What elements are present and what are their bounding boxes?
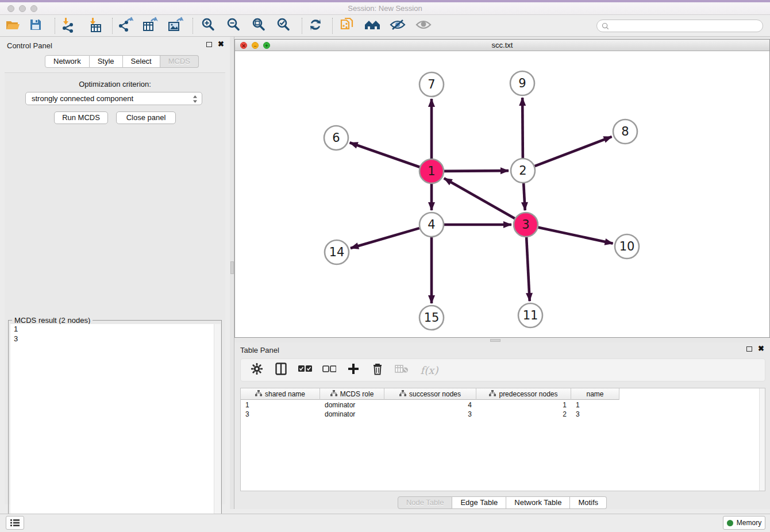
column-header-MCDS-role[interactable]: MCDS role xyxy=(320,388,384,400)
table-cell[interactable]: 4 xyxy=(384,400,476,410)
hide-selected-button[interactable] xyxy=(388,18,407,34)
close-panel-icon[interactable]: ✖ xyxy=(218,41,224,47)
open-file-button[interactable] xyxy=(3,18,22,34)
import-network-button[interactable] xyxy=(58,18,78,34)
graph-node-14[interactable]: 14 xyxy=(325,240,349,264)
column-header-predecessor-nodes[interactable]: predecessor nodes xyxy=(476,388,571,400)
table-cell[interactable]: 1 xyxy=(241,400,320,410)
node-label: 4 xyxy=(428,218,435,232)
table-cell[interactable]: 3 xyxy=(241,410,320,419)
edge-1-2[interactable] xyxy=(444,171,509,171)
close-panel-button[interactable]: Close panel xyxy=(116,111,176,124)
memory-button[interactable]: Memory xyxy=(723,516,765,530)
horizontal-split-divider[interactable] xyxy=(234,338,770,342)
table-cell[interactable]: 1 xyxy=(571,400,619,410)
graph-node-9[interactable]: 9 xyxy=(510,71,534,95)
window-title: Session: New Session xyxy=(0,2,770,15)
export-image-button[interactable] xyxy=(165,18,185,34)
search-input[interactable] xyxy=(596,20,763,32)
graph-node-15[interactable]: 15 xyxy=(419,306,444,330)
save-session-button[interactable] xyxy=(26,18,45,34)
edge-3-11[interactable] xyxy=(526,237,530,301)
column-header-successor-nodes[interactable]: successor nodes xyxy=(384,388,476,400)
export-table-button[interactable] xyxy=(140,18,160,34)
graph-node-11[interactable]: 11 xyxy=(518,303,542,327)
mcds-result-list[interactable]: 13 xyxy=(10,324,221,532)
column-header-shared-name[interactable]: shared name xyxy=(241,388,320,400)
graph-node-3[interactable]: 3 xyxy=(514,213,538,237)
graph-node-4[interactable]: 4 xyxy=(419,213,444,237)
tab-mcds[interactable]: MCDS xyxy=(160,55,199,68)
import-network-icon xyxy=(60,17,76,35)
network-canvas[interactable]: 7968124314101511 xyxy=(235,51,769,337)
add-row-button[interactable] xyxy=(345,362,361,378)
deselect-all-rows-button[interactable] xyxy=(321,362,337,378)
column-header-name[interactable]: name xyxy=(571,388,619,400)
table-cell[interactable]: 3 xyxy=(384,410,476,419)
network-minimize-icon[interactable]: – xyxy=(252,42,259,49)
window-close-button[interactable] xyxy=(7,5,14,12)
edge-2-8[interactable] xyxy=(535,137,612,166)
table-settings-icon xyxy=(251,363,263,377)
tab-edge-table[interactable]: Edge Table xyxy=(452,496,506,509)
result-scrollbar[interactable] xyxy=(214,324,221,532)
import-table-button[interactable] xyxy=(85,18,105,34)
network-zoom-icon[interactable]: + xyxy=(263,42,270,49)
graph-node-1[interactable]: 1 xyxy=(419,159,444,183)
table-scrollbar[interactable] xyxy=(759,388,765,491)
show-all-button[interactable] xyxy=(414,18,433,34)
export-network-button[interactable] xyxy=(116,18,135,34)
tab-network[interactable]: Network xyxy=(45,55,90,68)
edge-4-14[interactable] xyxy=(351,228,419,248)
edge-1-6[interactable] xyxy=(350,142,420,167)
tab-network-table[interactable]: Network Table xyxy=(506,496,570,509)
select-all-rows-button[interactable] xyxy=(297,362,313,378)
vertical-split-divider[interactable] xyxy=(230,37,234,509)
criterion-select[interactable]: strongly connected component xyxy=(25,92,202,105)
divider-grip[interactable] xyxy=(490,339,500,342)
divider-grip[interactable] xyxy=(230,261,234,274)
table-cell[interactable]: 1 xyxy=(476,400,571,410)
zoom-selected-button[interactable] xyxy=(274,18,293,34)
zoom-in-button[interactable] xyxy=(198,18,218,34)
run-mcds-button[interactable]: Run MCDS xyxy=(54,111,108,124)
table-row[interactable]: 1dominator411 xyxy=(241,400,619,410)
zoom-out-icon xyxy=(226,17,241,34)
tab-node-table[interactable]: Node Table xyxy=(398,496,453,509)
edge-3-10[interactable] xyxy=(538,228,613,244)
float-panel-icon[interactable] xyxy=(206,42,212,47)
zoom-out-button[interactable] xyxy=(224,18,243,34)
task-history-button[interactable] xyxy=(6,516,24,530)
tab-motifs[interactable]: Motifs xyxy=(570,496,607,509)
network-close-icon[interactable]: ✕ xyxy=(240,42,247,49)
table-row[interactable]: 3dominator323 xyxy=(241,410,619,419)
graph-node-2[interactable]: 2 xyxy=(511,159,535,183)
table-cell[interactable]: 3 xyxy=(571,410,619,419)
edge-2-3[interactable] xyxy=(523,183,525,210)
first-neighbors-button[interactable] xyxy=(363,18,382,34)
node-table[interactable]: shared nameMCDS rolesuccessor nodesprede… xyxy=(240,388,765,491)
window-minimize-button[interactable] xyxy=(19,5,26,12)
edge-3-1[interactable] xyxy=(444,178,515,218)
network-window-titlebar[interactable]: ✕ – + scc.txt xyxy=(235,40,769,51)
tab-select[interactable]: Select xyxy=(123,55,160,68)
table-cell[interactable]: 2 xyxy=(476,410,571,419)
edge-2-9[interactable] xyxy=(522,98,523,158)
network-graph[interactable]: 7968124314101511 xyxy=(235,51,769,337)
float-panel-icon[interactable] xyxy=(746,346,752,352)
delete-rows-button[interactable] xyxy=(369,362,386,378)
zoom-fit-button[interactable] xyxy=(249,18,268,34)
close-panel-icon[interactable]: ✖ xyxy=(758,346,764,352)
refresh-layout-button[interactable] xyxy=(306,18,325,34)
graph-node-10[interactable]: 10 xyxy=(615,234,639,259)
table-cell[interactable]: dominator xyxy=(320,410,384,419)
table-cell[interactable]: dominator xyxy=(320,400,384,410)
graph-node-7[interactable]: 7 xyxy=(419,72,444,97)
copy-network-button[interactable] xyxy=(337,18,357,34)
toggle-columns-button[interactable] xyxy=(273,362,289,378)
table-settings-button[interactable] xyxy=(249,362,265,378)
graph-node-6[interactable]: 6 xyxy=(324,126,348,150)
tab-style[interactable]: Style xyxy=(90,55,123,68)
graph-node-8[interactable]: 8 xyxy=(613,119,637,144)
window-zoom-button[interactable] xyxy=(30,5,37,12)
